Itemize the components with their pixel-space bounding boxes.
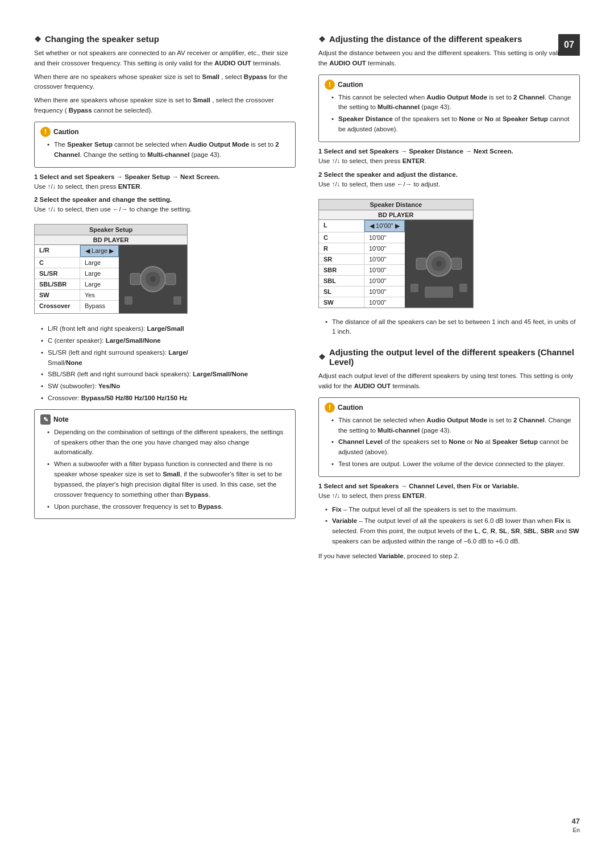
note-list-1: Depending on the combination of settings… [47, 427, 289, 512]
row-label: SBL [319, 276, 364, 286]
step1-heading: 1 Select and set Speakers → Speaker Setu… [34, 173, 296, 180]
table-subtitle-2: BD PLAYER [319, 210, 473, 220]
channel-level-options: Fix – The output level of all the speake… [325, 505, 580, 547]
page-number-badge: 07 [558, 34, 580, 56]
note-icon: ✎ [40, 414, 51, 425]
table-row: L/R ◀ Large ▶ [35, 245, 119, 258]
step1-desc: Use ↑/↓ to select, then press ENTER. [34, 182, 296, 192]
list-item: SW (subwoofer): Yes/No [41, 381, 296, 392]
left-column: ❖ Changing the speaker setup Set whether… [34, 34, 296, 800]
caution-box-3: ! Caution This cannot be selected when A… [318, 397, 580, 477]
speaker-distance-image [405, 220, 473, 308]
intro-para-2: When there are no speakers whose speaker… [34, 72, 296, 93]
row-value: 10'00" [364, 297, 405, 308]
channel-level-intro: Adjust each output level of the differen… [318, 371, 580, 392]
row-value: 10'00" [364, 232, 405, 243]
row-value: Large [80, 268, 119, 279]
table-row: SL 10'00" [319, 286, 405, 297]
row-value: 10'00" [364, 286, 405, 297]
section-channel-level: ❖ Adjusting the output level of the diff… [318, 347, 580, 562]
row-label: SR [319, 254, 364, 264]
svg-rect-7 [173, 296, 181, 305]
caution-list-2: This cannot be selected when Audio Outpu… [331, 93, 574, 135]
table-row: SL/SR Large [35, 268, 119, 279]
svg-rect-13 [451, 258, 462, 269]
dist-step2-desc: Use ↑/↓ to select, then use ←/→ to adjus… [318, 180, 580, 190]
caution-icon-3: ! [325, 402, 335, 413]
list-item: SL/SR (left and right surround speakers)… [41, 348, 296, 368]
table-data-1: L/R ◀ Large ▶ C Large SL/SR Large [35, 245, 119, 313]
list-item: L/R (front left and right speakers): Lar… [41, 324, 296, 334]
row-label: C [319, 232, 364, 243]
caution-icon-2: ! [325, 80, 335, 90]
svg-point-11 [436, 261, 442, 267]
table-subtitle-1: BD PLAYER [35, 235, 187, 245]
row-label: SW [35, 290, 80, 300]
caution-item: This cannot be selected when Audio Outpu… [331, 93, 574, 113]
table-row: L ◀ 10'00" ▶ [319, 220, 405, 232]
row-value: Yes [80, 290, 119, 300]
table-row: C 10'00" [319, 232, 405, 243]
speaker-distance-table: Speaker Distance BD PLAYER L ◀ 10'00" ▶ [318, 199, 474, 308]
svg-rect-16 [425, 286, 453, 298]
table-row: SW Yes [35, 290, 119, 301]
row-label: SL [319, 286, 364, 297]
table-title-1: Speaker Setup [35, 225, 187, 235]
diamond-icon-2: ❖ [318, 35, 326, 44]
distance-note-item: The distance of all the speakers can be … [325, 317, 580, 338]
list-item: Fix – The output level of all the speake… [325, 505, 580, 515]
row-value: ◀ 10'00" ▶ [364, 220, 405, 232]
distance-note-list: The distance of all the speakers can be … [325, 317, 580, 338]
section-title-1: ❖ Changing the speaker setup [34, 34, 296, 44]
caution-item: Test tones are output. Lower the volume … [331, 459, 574, 470]
table-row: Crossover Bypass [35, 301, 119, 311]
table-row: SBL 10'00" [319, 276, 405, 286]
svg-rect-15 [459, 284, 467, 292]
caution-title-2: ! Caution [325, 80, 574, 90]
caution-title-3: ! Caution [325, 402, 574, 413]
table-row: SR 10'00" [319, 254, 405, 265]
note-item: When a subwoofer with a filter bypass fu… [47, 459, 289, 500]
table-inner-2: L ◀ 10'00" ▶ C 10'00" R 10'00" [319, 220, 473, 308]
svg-rect-12 [416, 258, 426, 269]
svg-rect-14 [410, 284, 418, 292]
caution-list-1: The Speaker Setup cannot be selected whe… [47, 140, 289, 160]
table-row: SBR 10'00" [319, 265, 405, 276]
bottom-page-number: 47 En [34, 817, 580, 834]
row-value: 10'00" [364, 265, 405, 275]
svg-rect-6 [125, 296, 132, 305]
variable-proceed-note: If you have selected Variable, proceed t… [318, 551, 580, 562]
speaker-distance-table-block: Speaker Distance BD PLAYER L ◀ 10'00" ▶ [318, 193, 580, 314]
intro-para-1: Set whether or not speakers are connecte… [34, 48, 296, 69]
table-row: SBL/SBR Large [35, 279, 119, 290]
caution-box-1: ! Caution The Speaker Setup cannot be se… [34, 122, 296, 168]
section-title-2: ❖ Adjusting the distance of the differen… [318, 34, 580, 44]
svg-rect-4 [130, 273, 140, 285]
caution-item-1: The Speaker Setup cannot be selected whe… [47, 140, 289, 160]
table-data-2: L ◀ 10'00" ▶ C 10'00" R 10'00" [319, 220, 405, 308]
list-item: SBL/SBR (left and right surround back sp… [41, 369, 296, 380]
cl-step1-desc: Use ↑/↓ to select, then press ENTER. [318, 491, 580, 501]
step2-desc: Use ↑/↓ to select, then use ←/→ to chang… [34, 205, 296, 215]
caution-list-3: This cannot be selected when Audio Outpu… [331, 416, 574, 470]
table-row: SW 10'00" [319, 297, 405, 308]
caution-item: This cannot be selected when Audio Outpu… [331, 416, 574, 436]
intro-para-3: When there are speakers whose speaker si… [34, 95, 296, 116]
speaker-setup-table: Speaker Setup BD PLAYER L/R ◀ Large ▶ [34, 224, 188, 314]
note-item: Upon purchase, the crossover frequency i… [47, 502, 289, 512]
caution-box-2: ! Caution This cannot be selected when A… [318, 74, 580, 142]
speaker-image [119, 245, 187, 313]
row-label: SBL/SBR [35, 279, 80, 289]
row-label: Crossover [35, 301, 80, 311]
table-title-2: Speaker Distance [319, 200, 473, 210]
right-column: ❖ Adjusting the distance of the differen… [318, 34, 580, 800]
caution-item: Channel Level of the speakers set to Non… [331, 437, 574, 458]
table-row: R 10'00" [319, 243, 405, 254]
row-label: SBR [319, 265, 364, 275]
row-label: SL/SR [35, 268, 80, 279]
dist-step2-heading: 2 Select the speaker and adjust the dist… [318, 171, 580, 178]
row-value: Bypass [80, 301, 119, 311]
row-value: ◀ Large ▶ [80, 245, 119, 257]
svg-rect-5 [165, 273, 176, 285]
row-label: C [35, 258, 80, 268]
